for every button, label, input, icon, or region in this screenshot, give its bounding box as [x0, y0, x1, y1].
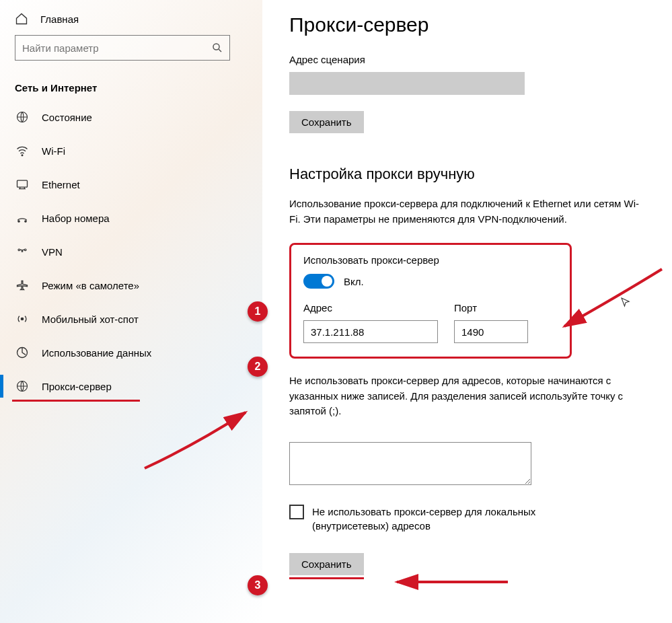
- search-icon: [211, 42, 223, 54]
- home-icon: [15, 12, 28, 26]
- sidebar-item-label: Ethernet: [42, 179, 80, 190]
- proxy-port-input[interactable]: [454, 320, 528, 343]
- toggle-state-label: Вкл.: [344, 276, 364, 287]
- status-icon: [15, 110, 30, 124]
- save-script-button[interactable]: Сохранить: [289, 111, 364, 133]
- sidebar-home-label: Главная: [40, 13, 79, 25]
- annotation-badge-2: 2: [248, 357, 268, 377]
- save-manual-button[interactable]: Сохранить: [289, 553, 364, 575]
- dialup-icon: [15, 211, 30, 225]
- hotspot-icon: [15, 312, 30, 326]
- sidebar-item-status[interactable]: Состояние: [0, 100, 262, 134]
- proxy-address-input[interactable]: [303, 320, 438, 343]
- sidebar: Главная Сеть и Интернет Состояние Wi-Fi …: [0, 0, 262, 623]
- search-wrap: [0, 35, 262, 70]
- wifi-icon: [15, 143, 30, 158]
- sidebar-item-label: VPN: [42, 246, 63, 258]
- cursor-icon: [620, 296, 632, 308]
- data-usage-icon: [15, 345, 30, 360]
- ethernet-icon: [15, 177, 30, 192]
- search-input[interactable]: [15, 35, 230, 61]
- use-proxy-toggle[interactable]: [303, 274, 334, 289]
- svg-line-1: [219, 49, 221, 52]
- svg-point-9: [21, 318, 23, 320]
- sidebar-item-hotspot[interactable]: Мобильный хот-спот: [0, 302, 262, 336]
- sidebar-item-label: Мобильный хот-спот: [42, 314, 139, 325]
- page-title: Прокси-сервер: [289, 13, 652, 36]
- sidebar-home[interactable]: Главная: [0, 7, 262, 35]
- use-proxy-label: Использовать прокси-сервер: [303, 254, 558, 266]
- address-label: Адрес: [303, 302, 438, 314]
- svg-point-8: [24, 249, 26, 251]
- svg-rect-4: [17, 180, 28, 187]
- sidebar-item-label: Прокси-сервер: [42, 381, 112, 392]
- script-address-input[interactable]: [289, 72, 525, 95]
- main-content: Прокси-сервер Адрес сценария Сохранить Н…: [262, 0, 672, 623]
- port-label: Порт: [454, 302, 528, 314]
- sidebar-item-wifi[interactable]: Wi-Fi: [0, 134, 262, 168]
- svg-point-3: [22, 155, 23, 156]
- proxy-icon: [15, 379, 30, 394]
- sidebar-item-dialup[interactable]: Набор номера: [0, 201, 262, 235]
- sidebar-item-label: Режим «в самолете»: [42, 280, 139, 291]
- sidebar-item-vpn[interactable]: VPN: [0, 235, 262, 268]
- script-address-label: Адрес сценария: [289, 54, 652, 65]
- svg-point-5: [18, 221, 20, 222]
- bypass-local-checkbox[interactable]: [289, 505, 304, 519]
- sidebar-item-airplane[interactable]: Режим «в самолете»: [0, 268, 262, 302]
- manual-setup-desc: Использование прокси-сервера для подключ…: [289, 196, 646, 227]
- annotation-underline: [289, 577, 364, 579]
- svg-point-6: [25, 221, 26, 222]
- annotation-badge-3: 3: [248, 575, 268, 595]
- sidebar-item-proxy[interactable]: Прокси-сервер: [0, 369, 262, 403]
- vpn-icon: [15, 244, 30, 259]
- sidebar-item-data-usage[interactable]: Использование данных: [0, 336, 262, 369]
- annotation-underline: [12, 400, 140, 402]
- annotation-highlight-box: Использовать прокси-сервер Вкл. Адрес По…: [289, 243, 572, 359]
- airplane-icon: [15, 278, 30, 293]
- bypass-local-label: Не использовать прокси-сервер для локаль…: [312, 505, 595, 533]
- sidebar-item-label: Использование данных: [42, 347, 151, 359]
- exceptions-desc: Не использовать прокси-сервер для адресо…: [289, 373, 646, 419]
- sidebar-item-label: Состояние: [42, 112, 92, 123]
- sidebar-item-label: Набор номера: [42, 213, 110, 224]
- svg-point-0: [213, 44, 219, 50]
- proxy-exceptions-input[interactable]: [289, 442, 531, 485]
- sidebar-item-label: Wi-Fi: [42, 145, 65, 157]
- svg-point-7: [18, 249, 20, 251]
- sidebar-item-ethernet[interactable]: Ethernet: [0, 168, 262, 201]
- annotation-badge-1: 1: [248, 301, 268, 322]
- sidebar-section-title: Сеть и Интернет: [0, 70, 262, 100]
- manual-setup-title: Настройка прокси вручную: [289, 166, 652, 183]
